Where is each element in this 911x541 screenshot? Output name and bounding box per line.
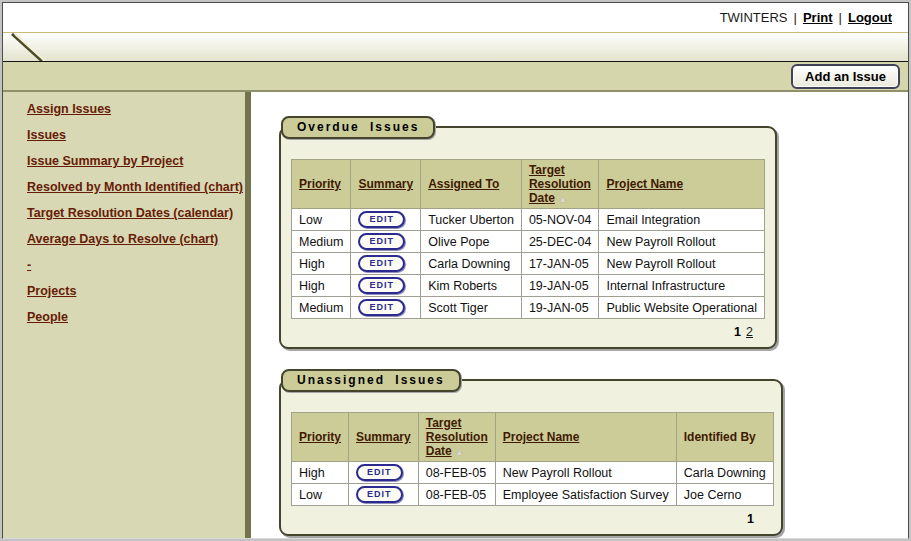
column-header-identified-by: Identified By xyxy=(676,413,773,462)
target-date-cell: 08-FEB-05 xyxy=(418,462,495,484)
table-row: Medium EDIT Olive Pope 25-DEC-04 New Pay… xyxy=(292,231,765,253)
column-header-assigned-to[interactable]: Assigned To xyxy=(421,160,522,209)
priority-cell: Low xyxy=(292,484,349,506)
column-header-project-name[interactable]: Project Name xyxy=(495,413,676,462)
target-date-cell: 25-DEC-04 xyxy=(521,231,599,253)
project-name-cell: New Payroll Rollout xyxy=(599,253,765,275)
table-header-row: Priority Summary Assigned To Target Reso… xyxy=(292,160,765,209)
overdue-issues-table: Priority Summary Assigned To Target Reso… xyxy=(291,159,765,319)
table-header-row: Priority Summary Target Resolution Date … xyxy=(292,413,774,462)
target-date-cell: 05-NOV-04 xyxy=(521,209,599,231)
edit-button[interactable]: EDIT xyxy=(358,299,405,316)
target-date-cell: 08-FEB-05 xyxy=(418,484,495,506)
sidebar-item-resolved-by-month-chart[interactable]: Resolved by Month Identified (chart) xyxy=(27,181,235,194)
edit-button[interactable]: EDIT xyxy=(356,486,403,503)
priority-cell: Low xyxy=(292,209,351,231)
sort-ascending-icon: ▲ xyxy=(558,194,567,204)
window-frame: TWINTERS | Print | Logout Add an Issue A… xyxy=(0,0,911,541)
project-name-cell: New Payroll Rollout xyxy=(599,231,765,253)
content-area: Overdue Issues Priority Summary Assigned… xyxy=(251,92,908,538)
separator: | xyxy=(794,10,797,25)
current-page-label: 1 xyxy=(747,512,754,526)
table-row: High EDIT 08-FEB-05 New Payroll Rollout … xyxy=(292,462,774,484)
main-area: Assign Issues Issues Issue Summary by Pr… xyxy=(3,92,908,538)
sort-ascending-icon: ▲ xyxy=(455,447,464,457)
summary-cell: EDIT xyxy=(351,253,421,275)
edit-button[interactable]: EDIT xyxy=(358,211,405,228)
add-issue-button[interactable]: Add an Issue xyxy=(791,64,900,89)
sidebar-item-issues[interactable]: Issues xyxy=(27,129,235,142)
column-header-priority[interactable]: Priority xyxy=(292,160,351,209)
diagonal-decoration-icon xyxy=(9,33,53,61)
summary-cell: EDIT xyxy=(351,275,421,297)
identified-by-cell: Joe Cerno xyxy=(676,484,773,506)
print-link[interactable]: Print xyxy=(803,10,833,25)
priority-cell: High xyxy=(292,275,351,297)
edit-button[interactable]: EDIT xyxy=(358,277,405,294)
priority-cell: Medium xyxy=(292,297,351,319)
project-name-cell: Public Website Operational xyxy=(599,297,765,319)
identified-by-cell: Carla Downing xyxy=(676,462,773,484)
page: TWINTERS | Print | Logout Add an Issue A… xyxy=(2,2,909,539)
target-date-cell: 19-JAN-05 xyxy=(521,297,599,319)
summary-cell: EDIT xyxy=(349,462,419,484)
unassigned-issues-table: Priority Summary Target Resolution Date … xyxy=(291,412,774,506)
edit-button[interactable]: EDIT xyxy=(356,464,403,481)
assigned-to-cell: Carla Downing xyxy=(421,253,522,275)
target-date-cell: 19-JAN-05 xyxy=(521,275,599,297)
column-header-priority[interactable]: Priority xyxy=(292,413,349,462)
edit-button[interactable]: EDIT xyxy=(358,233,405,250)
priority-cell: Medium xyxy=(292,231,351,253)
overdue-issues-panel: Overdue Issues Priority Summary Assigned… xyxy=(279,126,777,349)
assigned-to-cell: Olive Pope xyxy=(421,231,522,253)
edit-button[interactable]: EDIT xyxy=(358,255,405,272)
sidebar-item-average-days-chart[interactable]: Average Days to Resolve (chart) xyxy=(27,233,235,246)
sidebar-nav: Assign Issues Issues Issue Summary by Pr… xyxy=(3,92,245,538)
column-header-target-resolution-date[interactable]: Target Resolution Date ▲ xyxy=(418,413,495,462)
table-row: Low EDIT Tucker Uberton 05-NOV-04 Email … xyxy=(292,209,765,231)
table-row: High EDIT Carla Downing 17-JAN-05 New Pa… xyxy=(292,253,765,275)
unassigned-issues-panel: Unassigned Issues Priority Summary Targe… xyxy=(279,379,783,536)
summary-cell: EDIT xyxy=(349,484,419,506)
sidebar-item-target-resolution-calendar[interactable]: Target Resolution Dates (calendar) xyxy=(27,207,235,220)
column-header-summary[interactable]: Summary xyxy=(349,413,419,462)
current-page-label: 1 xyxy=(734,325,741,339)
assigned-to-cell: Tucker Uberton xyxy=(421,209,522,231)
sidebar-item-issue-summary-by-project[interactable]: Issue Summary by Project xyxy=(27,155,235,168)
separator: | xyxy=(839,10,842,25)
project-name-cell: New Payroll Rollout xyxy=(495,462,676,484)
overdue-issues-panel-title: Overdue Issues xyxy=(281,116,435,139)
column-header-project-name[interactable]: Project Name xyxy=(599,160,765,209)
project-name-cell: Employee Satisfaction Survey xyxy=(495,484,676,506)
summary-cell: EDIT xyxy=(351,231,421,253)
project-name-cell: Email Integration xyxy=(599,209,765,231)
project-name-cell: Internal Infrastructure xyxy=(599,275,765,297)
unassigned-issues-panel-title: Unassigned Issues xyxy=(281,369,461,392)
sidebar-item-assign-issues[interactable]: Assign Issues xyxy=(27,103,235,116)
top-bar: TWINTERS | Print | Logout xyxy=(3,3,908,32)
sidebar-item-dash[interactable]: - xyxy=(27,259,235,272)
priority-cell: High xyxy=(292,462,349,484)
sidebar-item-projects[interactable]: Projects xyxy=(27,285,235,298)
sidebar-item-people[interactable]: People xyxy=(27,311,235,324)
toolbar-band: Add an Issue xyxy=(3,62,908,92)
assigned-to-cell: Scott Tiger xyxy=(421,297,522,319)
table-row: Low EDIT 08-FEB-05 Employee Satisfaction… xyxy=(292,484,774,506)
column-header-target-resolution-date[interactable]: Target Resolution Date ▲ xyxy=(521,160,599,209)
username-label: TWINTERS xyxy=(720,10,788,25)
pagination: 12 xyxy=(291,319,765,341)
summary-cell: EDIT xyxy=(351,209,421,231)
table-row: Medium EDIT Scott Tiger 19-JAN-05 Public… xyxy=(292,297,765,319)
summary-cell: EDIT xyxy=(351,297,421,319)
pagination: 1 xyxy=(291,506,771,528)
table-row: High EDIT Kim Roberts 19-JAN-05 Internal… xyxy=(292,275,765,297)
column-header-summary[interactable]: Summary xyxy=(351,160,421,209)
target-date-cell: 17-JAN-05 xyxy=(521,253,599,275)
assigned-to-cell: Kim Roberts xyxy=(421,275,522,297)
priority-cell: High xyxy=(292,253,351,275)
header-band xyxy=(3,33,908,61)
page-2-link[interactable]: 2 xyxy=(746,325,753,339)
logout-link[interactable]: Logout xyxy=(848,10,892,25)
